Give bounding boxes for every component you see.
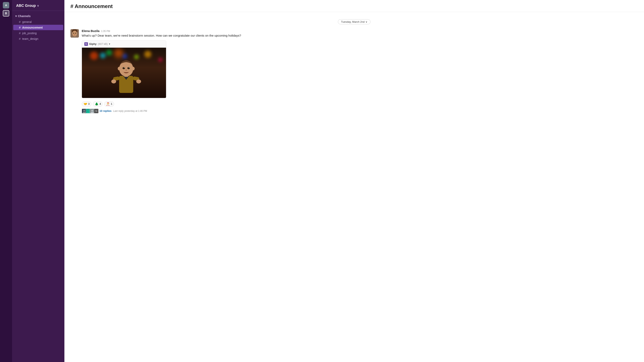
svg-point-14 — [118, 67, 120, 70]
message-avatar — [70, 29, 79, 38]
main-content: # Announcement Tuesday, March 2nd ∨ — [64, 0, 644, 362]
channels-section-header[interactable]: ▾ Channels — [12, 13, 64, 19]
bokeh-6 — [100, 53, 106, 58]
message-author: Elena Buzila — [82, 29, 100, 32]
channels-arrow-icon: ▾ — [15, 14, 17, 18]
date-pill-button[interactable]: Tuesday, March 2nd ∨ — [338, 19, 370, 24]
reaction-handshake[interactable]: 🤝 3 — [82, 101, 91, 107]
channel-name-announcement: Announcement — [22, 26, 43, 29]
gif-image — [82, 48, 166, 98]
message-meta: Elena Buzila 1:35 PM — [82, 29, 638, 32]
svg-point-18 — [111, 79, 116, 83]
hash-icon: # — [19, 37, 20, 40]
attachment-header: G Giphy (807 kB) ▾ — [82, 41, 166, 48]
message-time: 1:35 PM — [101, 30, 110, 32]
attachment-name: Giphy — [89, 42, 96, 45]
sidebar: ABC Group ∨ ▾ Channels # general # Annou… — [12, 0, 64, 362]
svg-point-15 — [132, 67, 135, 70]
hash-icon: # — [19, 26, 20, 29]
svg-point-28 — [91, 111, 94, 113]
channel-name-general: general — [22, 20, 32, 23]
date-label: Tuesday, March 2nd — [341, 20, 364, 23]
attachment-container: G Giphy (807 kB) ▾ — [82, 40, 166, 98]
sidebar-content: ▾ Channels # general # Announcement # jo… — [12, 11, 64, 362]
message-row: Elena Buzila 1:35 PM What's up? Dear tea… — [70, 29, 638, 113]
date-chevron-icon: ∨ — [366, 20, 368, 23]
reaction-tree[interactable]: 🌲 4 — [93, 101, 103, 107]
channel-name-job-posting: job_posting — [22, 31, 37, 35]
svg-point-3 — [73, 33, 74, 33]
reaction-count-1: 4 — [100, 102, 101, 105]
reaction-emoji-2: 🎅 — [106, 102, 110, 106]
channel-header: # Announcement — [64, 0, 644, 12]
svg-point-12 — [129, 67, 130, 68]
message-text: What's up? Dear team, we're need brainst… — [82, 33, 638, 38]
messages-area: Tuesday, March 2nd ∨ — [64, 12, 644, 362]
bokeh-1 — [90, 52, 98, 60]
workspace-icon-strip: A B — [0, 0, 12, 362]
svg-point-19 — [136, 79, 141, 83]
replies-last-reply: Last reply yesterday at 1:46 PM — [113, 110, 147, 112]
reply-avatars: +1 — [82, 109, 98, 113]
reaction-count-2: 1 — [111, 102, 112, 105]
attachment-size: (807 kB) — [98, 42, 108, 45]
attachment-dropdown-icon[interactable]: ▾ — [109, 42, 110, 45]
svg-point-25 — [87, 111, 90, 113]
sidebar-item-team-design[interactable]: # team_design — [13, 36, 63, 41]
reply-avatar-plus: +1 — [94, 109, 98, 113]
sidebar-item-general[interactable]: # general — [13, 19, 63, 24]
svg-point-9 — [122, 67, 125, 69]
hash-icon: # — [19, 31, 20, 35]
reactions-row: 🤝 3 🌲 4 🎅 1 — [82, 101, 638, 107]
svg-point-13 — [126, 70, 127, 71]
svg-point-21 — [83, 109, 85, 111]
svg-point-10 — [128, 67, 130, 69]
channel-title: # Announcement — [70, 3, 638, 9]
workspace-chevron-icon: ∨ — [37, 4, 39, 7]
date-divider: Tuesday, March 2nd ∨ — [70, 19, 638, 24]
reaction-emoji-1: 🌲 — [95, 102, 98, 106]
channels-label: Channels — [18, 14, 30, 18]
workspace-avatar-b[interactable]: B — [3, 10, 9, 16]
sidebar-item-job-posting[interactable]: # job_posting — [13, 30, 63, 36]
svg-point-5 — [74, 34, 75, 34]
svg-point-4 — [75, 33, 76, 33]
workspace-avatar-a[interactable]: A — [3, 2, 9, 8]
workspace-name-button[interactable]: ABC Group ∨ — [16, 3, 39, 8]
message-body: Elena Buzila 1:35 PM What's up? Dear tea… — [82, 29, 638, 113]
reaction-count-0: 3 — [88, 102, 90, 105]
sidebar-item-announcement[interactable]: # Announcement — [13, 25, 63, 30]
svg-point-27 — [91, 109, 93, 111]
gif-scene — [82, 48, 166, 98]
replies-bar[interactable]: +1 10 replies Last reply yesterday at 1:… — [82, 109, 638, 113]
reaction-santa[interactable]: 🎅 1 — [104, 101, 114, 107]
kid-svg — [106, 52, 146, 96]
svg-point-24 — [87, 109, 89, 111]
svg-point-22 — [83, 111, 86, 113]
svg-point-11 — [124, 67, 124, 68]
hash-icon: # — [19, 20, 20, 23]
svg-point-2 — [72, 31, 77, 36]
bokeh-5 — [158, 58, 162, 62]
workspace-name-label: ABC Group — [16, 3, 36, 8]
sidebar-header: ABC Group ∨ — [12, 0, 64, 11]
giphy-icon: G — [84, 42, 88, 46]
replies-count: 10 replies — [100, 109, 112, 112]
channel-name-team-design: team_design — [22, 37, 38, 40]
reaction-emoji-0: 🤝 — [84, 102, 87, 106]
